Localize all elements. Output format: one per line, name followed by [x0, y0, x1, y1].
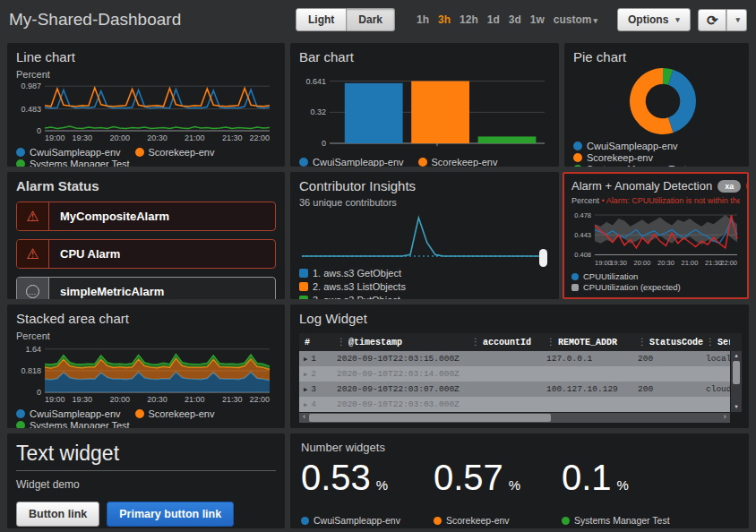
time-range-selector: 1h 3h 12h 1d 3d 1w custom▾ [417, 13, 597, 26]
column-menu-icon: ⋮ [471, 337, 480, 348]
alarm-status-widget: Alarm Status ⚠ MyCompositeAlarm ⚠ CPU Al… [7, 172, 285, 299]
theme-dark-button[interactable]: Dark [347, 8, 395, 31]
widget-title: Pie chart [573, 49, 740, 64]
widget-title: Line chart [16, 49, 276, 64]
refresh-button[interactable]: ⟳ [698, 9, 727, 31]
chevron-down-icon: ▾ [594, 16, 598, 25]
legend-item[interactable]: Scorekeep-env [418, 157, 498, 167]
svg-text:0.641: 0.641 [305, 77, 326, 86]
horizontal-scrollbar-thumb[interactable] [309, 414, 550, 422]
legend-item[interactable]: Systems Manager Test [16, 420, 130, 428]
vertical-scrollbar-thumb[interactable] [733, 361, 740, 384]
legend-item[interactable]: CwuiSampleapp-env [16, 147, 121, 158]
widget-title: Bar chart [299, 49, 550, 64]
expand-row-icon[interactable]: ▶ [304, 401, 307, 408]
legend-item[interactable]: Systems Manager Test [573, 164, 687, 167]
column-header-number[interactable]: # [299, 338, 337, 348]
legend-item[interactable]: 3. aws.s3 PutObject [299, 295, 550, 299]
metric-value: 0.57% [434, 458, 562, 498]
time-range-1d[interactable]: 1d [487, 13, 500, 26]
widget-title: Alarm + Anomaly Detection [571, 179, 712, 193]
chevron-down-icon: ▾ [675, 15, 680, 24]
widget-title: Number widgets [301, 441, 738, 454]
svg-text:0.478: 0.478 [574, 211, 591, 219]
time-range-3d[interactable]: 3d [509, 13, 521, 26]
chart-legend: CwuiSampleapp-env Scorekeep-env Systems … [299, 157, 550, 167]
series-color-dot [299, 296, 308, 299]
log-row[interactable]: ▶1 2020-09-10T22:03:15.000Z 127.0.0.1 20… [299, 351, 730, 366]
options-button[interactable]: Options ▾ [617, 8, 691, 31]
number-widgets: Number widgets 0.53% CwuiSampleapp-env 0… [290, 433, 749, 528]
legend-item[interactable]: Scorekeep-env [135, 147, 215, 158]
log-table-header: # ⋮@timestamp ⋮accountId ⋮REMOTE_ADDR ⋮S… [299, 333, 742, 351]
column-header-remote-addr[interactable]: ⋮REMOTE_ADDR [546, 337, 638, 348]
series-color-dot [418, 158, 427, 167]
column-header-servername[interactable]: ⋮ServerName [706, 337, 730, 348]
svg-text:21:00: 21:00 [185, 133, 205, 142]
series-color-dot [571, 273, 579, 280]
svg-text:0.443: 0.443 [574, 231, 591, 239]
legend-item[interactable]: CPUUtilization (expected) [571, 282, 681, 292]
refresh-menu-button[interactable]: ▾ [726, 9, 747, 31]
time-range-custom[interactable]: custom▾ [554, 13, 597, 26]
alarm-row-composite[interactable]: ⚠ MyCompositeAlarm [16, 202, 276, 231]
theme-toggle: Light Dark [296, 8, 395, 31]
legend-item[interactable]: CwuiSampleapp-env [16, 408, 121, 419]
svg-text:20:30: 20:30 [147, 395, 168, 404]
metric-value: 0.53% [301, 458, 434, 498]
svg-text:19:30: 19:30 [73, 133, 93, 142]
column-header-timestamp[interactable]: ⋮@timestamp [337, 337, 471, 348]
expand-row-icon[interactable]: ▶ [304, 386, 307, 393]
primary-button-link[interactable]: Primary button link [107, 502, 234, 527]
button-link[interactable]: Button link [16, 502, 99, 527]
time-range-3h[interactable]: 3h [438, 13, 451, 26]
number-column: 0.1% Systems Manager Test [562, 458, 738, 526]
chart-legend: CPUUtilization CPUUtilization (expected) [571, 271, 740, 292]
alarm-row-simple-metric[interactable]: … simpleMetricAlarm [16, 277, 276, 299]
log-row[interactable]: ▶4 2020-09-10T22:03:03.000Z [299, 397, 730, 412]
time-range-12h[interactable]: 12h [460, 13, 478, 26]
legend-item[interactable]: CwuiSampleapp-env [573, 141, 678, 151]
chart-legend: CwuiSampleapp-env Scorekeep-env Systems … [16, 147, 276, 167]
horizontal-scrollbar[interactable]: ‹ › [299, 413, 730, 423]
series-color-dot [573, 165, 582, 167]
vertical-scrollbar[interactable]: ▲ ▼ [731, 351, 742, 412]
text-widget-heading: Text widget [16, 442, 276, 471]
log-widget: Log Widget # ⋮@timestamp ⋮accountId ⋮REM… [290, 305, 749, 428]
legend-item[interactable]: CPUUtilization [571, 271, 638, 281]
log-row[interactable]: ▶2 2020-09-10T22:03:14.000Z [299, 366, 730, 382]
scroll-right-icon[interactable]: › [720, 414, 730, 422]
legend-scrollbar-thumb[interactable] [539, 249, 547, 267]
column-header-statuscode[interactable]: ⋮StatusCode [638, 337, 706, 348]
svg-text:22:00: 22:00 [249, 133, 270, 142]
error-badge-icon: ! [746, 179, 749, 193]
scroll-left-icon[interactable]: ‹ [299, 414, 309, 422]
svg-text:20:30: 20:30 [147, 133, 168, 142]
legend-item[interactable]: Systems Manager Test [562, 515, 738, 526]
series-color-dot [301, 517, 309, 525]
scroll-down-icon[interactable]: ▼ [735, 402, 738, 412]
theme-light-button[interactable]: Light [296, 8, 347, 31]
contributor-insights-widget: Contributor Insights 36 unique contribut… [290, 172, 559, 299]
legend-item[interactable]: 2. aws.s3 ListObjects [299, 281, 550, 292]
column-menu-icon: ⋮ [638, 337, 647, 348]
legend-item[interactable]: Systems Manager Test [16, 159, 130, 167]
legend-item[interactable]: Scorekeep-env [434, 515, 562, 526]
legend-item[interactable]: Scorekeep-env [135, 408, 215, 419]
alarm-row-cpu[interactable]: ⚠ CPU Alarm [16, 239, 276, 269]
time-range-1h[interactable]: 1h [417, 13, 429, 26]
legend-item[interactable]: Scorekeep-env [573, 152, 653, 163]
y-axis-unit-label: Percent [16, 69, 276, 80]
expand-row-icon[interactable]: ▶ [304, 356, 307, 363]
time-range-1w[interactable]: 1w [530, 13, 545, 26]
series-color-dot [571, 284, 579, 291]
column-header-accountid[interactable]: ⋮accountId [471, 337, 546, 348]
log-row[interactable]: ▶3 2020-09-10T22:03:07.000Z 100.127.10.1… [299, 382, 730, 397]
legend-item[interactable]: CwuiSampleapp-env [301, 515, 434, 526]
scroll-up-icon[interactable]: ▲ [735, 351, 738, 361]
legend-item[interactable]: CwuiSampleapp-env [299, 157, 404, 167]
expand-row-icon[interactable]: ▶ [304, 371, 307, 378]
log-table: # ⋮@timestamp ⋮accountId ⋮REMOTE_ADDR ⋮S… [299, 333, 742, 423]
alarm-warning-icon: ⚠ [17, 202, 49, 230]
legend-item[interactable]: 1. aws.s3 GetObject [299, 268, 550, 279]
